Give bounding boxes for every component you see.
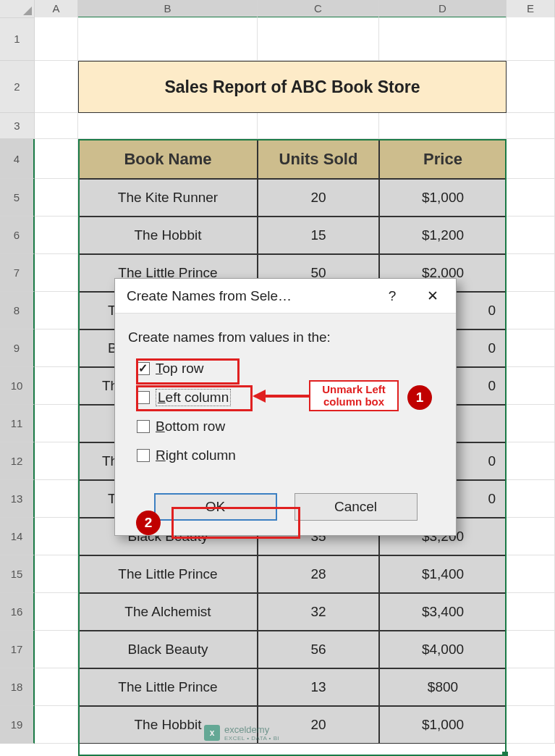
cell[interactable] bbox=[507, 668, 555, 706]
cell-book-name[interactable]: The Hobbit bbox=[78, 217, 258, 254]
option-right-column[interactable]: Right column bbox=[137, 441, 456, 470]
cell[interactable] bbox=[507, 518, 555, 555]
row-header-18[interactable]: 18 bbox=[0, 668, 35, 706]
cell-units-sold[interactable]: 32 bbox=[258, 593, 379, 631]
checkbox-bottom-row[interactable] bbox=[137, 420, 150, 433]
cell[interactable] bbox=[35, 61, 78, 113]
row-header-15[interactable]: 15 bbox=[0, 555, 35, 593]
row-header-19[interactable]: 19 bbox=[0, 706, 35, 744]
cell[interactable] bbox=[507, 593, 555, 631]
row-header-16[interactable]: 16 bbox=[0, 593, 35, 631]
cell-book-name[interactable]: The Little Prince bbox=[78, 668, 258, 706]
header-book-name[interactable]: Book Name bbox=[78, 139, 258, 179]
cell[interactable] bbox=[258, 17, 379, 61]
row-header-13[interactable]: 13 bbox=[0, 480, 35, 518]
row-header-10[interactable]: 10 bbox=[0, 367, 35, 405]
cell[interactable] bbox=[507, 113, 555, 139]
row-header-1[interactable]: 1 bbox=[0, 17, 35, 61]
cell[interactable] bbox=[379, 17, 507, 61]
cell-price[interactable]: $800 bbox=[379, 668, 507, 706]
cell[interactable] bbox=[507, 179, 555, 217]
cell[interactable] bbox=[35, 329, 78, 367]
row-header-8[interactable]: 8 bbox=[0, 292, 35, 329]
cell[interactable] bbox=[35, 593, 78, 631]
cell-price[interactable]: $4,000 bbox=[379, 631, 507, 668]
cell[interactable] bbox=[507, 254, 555, 292]
cancel-button[interactable]: Cancel bbox=[295, 493, 418, 521]
option-top-row[interactable]: Top row bbox=[137, 354, 456, 383]
checkbox-right-column[interactable] bbox=[137, 449, 150, 462]
cell[interactable] bbox=[507, 329, 555, 367]
cell[interactable] bbox=[78, 17, 258, 61]
cell[interactable] bbox=[35, 518, 78, 555]
cell[interactable] bbox=[507, 706, 555, 744]
cell[interactable] bbox=[35, 139, 78, 179]
cell-units-sold[interactable]: 56 bbox=[258, 631, 379, 668]
col-header-C[interactable]: C bbox=[258, 0, 379, 18]
cell[interactable] bbox=[35, 405, 78, 442]
row-header-6[interactable]: 6 bbox=[0, 217, 35, 254]
cell[interactable] bbox=[379, 113, 507, 139]
checkbox-left-column[interactable] bbox=[137, 391, 150, 404]
close-icon[interactable]: ✕ bbox=[412, 282, 453, 311]
cell[interactable] bbox=[507, 61, 555, 113]
cell-units-sold[interactable]: 13 bbox=[258, 668, 379, 706]
cell-price[interactable]: $1,000 bbox=[379, 179, 507, 217]
cell[interactable] bbox=[507, 480, 555, 518]
row-header-14[interactable]: 14 bbox=[0, 518, 35, 555]
cell-book-name[interactable]: Black Beauty bbox=[78, 631, 258, 668]
header-units-sold[interactable]: Units Sold bbox=[258, 139, 379, 179]
row-header-9[interactable]: 9 bbox=[0, 329, 35, 367]
cell-price[interactable]: $1,200 bbox=[379, 217, 507, 254]
cell-units-sold[interactable]: 20 bbox=[258, 179, 379, 217]
cell[interactable] bbox=[35, 17, 78, 61]
cell[interactable] bbox=[78, 113, 258, 139]
cell[interactable] bbox=[35, 367, 78, 405]
help-icon[interactable]: ? bbox=[372, 282, 412, 311]
col-header-D[interactable]: D bbox=[379, 0, 507, 18]
col-header-A[interactable]: A bbox=[35, 0, 78, 18]
row-header-4[interactable]: 4 bbox=[0, 139, 35, 179]
cell[interactable] bbox=[507, 292, 555, 329]
cell-price[interactable]: $1,400 bbox=[379, 555, 507, 593]
cell[interactable] bbox=[35, 631, 78, 668]
cell[interactable] bbox=[35, 292, 78, 329]
checkbox-top-row[interactable] bbox=[137, 362, 150, 375]
row-header-3[interactable]: 3 bbox=[0, 113, 35, 139]
cell[interactable] bbox=[507, 405, 555, 442]
cell-book-name[interactable]: The Kite Runner bbox=[78, 179, 258, 217]
cell[interactable] bbox=[258, 113, 379, 139]
cell-units-sold[interactable]: 15 bbox=[258, 217, 379, 254]
cell[interactable] bbox=[35, 217, 78, 254]
cell[interactable] bbox=[35, 668, 78, 706]
row-header-2[interactable]: 2 bbox=[0, 61, 35, 113]
cell[interactable] bbox=[507, 631, 555, 668]
cell-price[interactable]: $1,000 bbox=[379, 706, 507, 744]
row-header-12[interactable]: 12 bbox=[0, 442, 35, 480]
row-header-5[interactable]: 5 bbox=[0, 179, 35, 217]
cell[interactable] bbox=[507, 367, 555, 405]
cell[interactable] bbox=[507, 139, 555, 179]
cell[interactable] bbox=[35, 442, 78, 480]
cell[interactable] bbox=[507, 17, 555, 61]
dialog-titlebar[interactable]: Create Names from Sele… ? ✕ bbox=[115, 279, 456, 314]
cell-units-sold[interactable]: 28 bbox=[258, 555, 379, 593]
cell[interactable] bbox=[507, 442, 555, 480]
header-price[interactable]: Price bbox=[379, 139, 507, 179]
row-header-11[interactable]: 11 bbox=[0, 405, 35, 442]
col-header-E[interactable]: E bbox=[507, 0, 555, 18]
row-header-17[interactable]: 17 bbox=[0, 631, 35, 668]
cell-price[interactable]: $3,400 bbox=[379, 593, 507, 631]
cell[interactable] bbox=[507, 555, 555, 593]
cell[interactable] bbox=[35, 555, 78, 593]
ok-button[interactable]: OK bbox=[154, 493, 277, 521]
cell-book-name[interactable]: The Alchemist bbox=[78, 593, 258, 631]
cell-book-name[interactable]: The Little Prince bbox=[78, 555, 258, 593]
option-bottom-row[interactable]: Bottom row bbox=[137, 412, 456, 441]
cell[interactable] bbox=[35, 179, 78, 217]
cell[interactable] bbox=[35, 254, 78, 292]
select-all-corner[interactable] bbox=[0, 0, 35, 18]
report-title[interactable]: Sales Report of ABC Book Store bbox=[78, 61, 507, 113]
row-header-7[interactable]: 7 bbox=[0, 254, 35, 292]
cell[interactable] bbox=[507, 217, 555, 254]
